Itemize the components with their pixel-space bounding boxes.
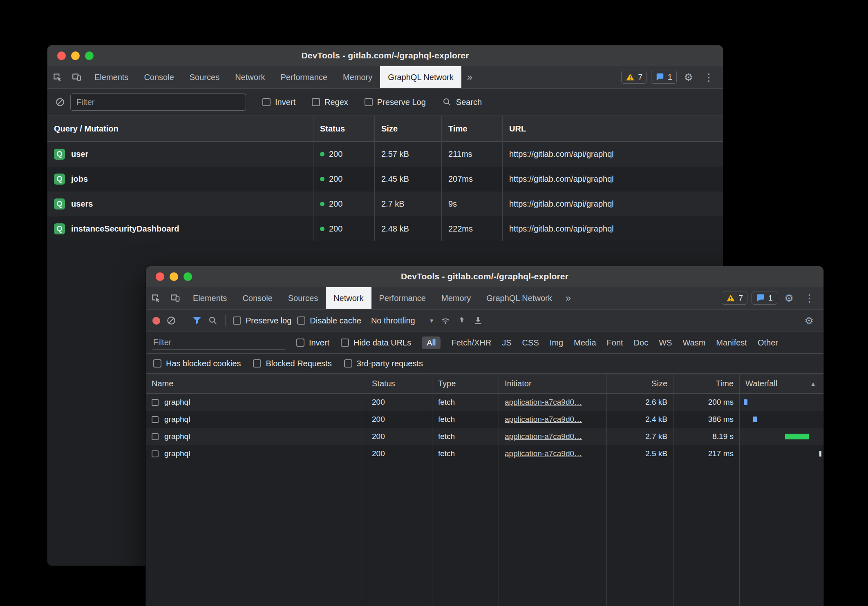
row-checkbox[interactable] xyxy=(152,433,159,440)
column-header-waterfall[interactable]: Waterfall ▲ xyxy=(739,374,823,393)
tab-console[interactable]: Console xyxy=(235,287,280,309)
warnings-badge[interactable]: 7 xyxy=(621,71,647,84)
column-header-type[interactable]: Type xyxy=(432,374,499,393)
query-row-user[interactable]: Quser 200 2.57 kB 211ms https://gitlab.c… xyxy=(47,142,723,167)
tab-network[interactable]: Network xyxy=(326,287,371,309)
invert-checkbox[interactable] xyxy=(296,339,304,347)
preserve-log-checkbox-group[interactable]: Preserve log xyxy=(233,316,291,325)
titlebar[interactable]: DevTools - gitlab.com/-/graphql-explorer xyxy=(47,45,723,66)
network-request-row[interactable]: graphql 200 fetch application-a7ca9d0… 2… xyxy=(146,428,823,445)
hide-data-urls-checkbox[interactable] xyxy=(341,339,349,347)
search-icon[interactable] xyxy=(208,316,218,325)
network-request-row[interactable]: graphql 200 fetch application-a7ca9d0… 2… xyxy=(146,394,823,411)
clear-icon[interactable] xyxy=(55,97,65,107)
kebab-menu-icon[interactable]: ⋮ xyxy=(700,72,717,82)
type-filter-wasm[interactable]: Wasm xyxy=(682,338,705,348)
disable-cache-checkbox[interactable] xyxy=(297,316,305,325)
titlebar[interactable]: DevTools - gitlab.com/-/graphql-explorer xyxy=(146,266,823,287)
preserve-log-checkbox-group[interactable]: Preserve Log xyxy=(365,98,426,107)
has-blocked-cookies-checkbox-group[interactable]: Has blocked cookies xyxy=(153,359,241,368)
query-row-jobs[interactable]: Qjobs 200 2.45 kB 207ms https://gitlab.c… xyxy=(47,167,723,192)
network-conditions-icon[interactable] xyxy=(440,315,451,326)
inspect-element-icon[interactable] xyxy=(47,66,67,88)
search-button[interactable]: Search xyxy=(442,97,482,107)
device-toolbar-icon[interactable] xyxy=(67,66,87,88)
network-request-row[interactable]: graphql 200 fetch application-a7ca9d0… 2… xyxy=(146,445,823,462)
row-checkbox[interactable] xyxy=(152,416,159,423)
column-header-status[interactable]: Status xyxy=(313,116,374,141)
has-blocked-cookies-checkbox[interactable] xyxy=(153,359,161,368)
warnings-badge[interactable]: 7 xyxy=(722,292,747,305)
more-tabs-button[interactable]: » xyxy=(560,287,577,309)
column-header-time[interactable]: Time xyxy=(441,116,502,141)
device-toolbar-icon[interactable] xyxy=(166,287,185,309)
column-header-size[interactable]: Size xyxy=(374,116,441,141)
initiator-link[interactable]: application-a7ca9d0… xyxy=(505,432,582,441)
row-checkbox[interactable] xyxy=(152,450,159,457)
tab-console[interactable]: Console xyxy=(136,66,181,88)
column-header-initiator[interactable]: Initiator xyxy=(499,374,606,393)
preserve-log-checkbox[interactable] xyxy=(233,316,241,325)
export-har-icon[interactable] xyxy=(473,315,483,326)
query-row-instance-security-dashboard[interactable]: QinstanceSecurityDashboard 200 2.48 kB 2… xyxy=(47,216,723,241)
network-settings-gear-icon[interactable]: ⚙ xyxy=(801,316,817,326)
tab-performance[interactable]: Performance xyxy=(371,287,434,309)
settings-gear-icon[interactable]: ⚙ xyxy=(781,293,797,303)
type-filter-media[interactable]: Media xyxy=(574,338,596,348)
tab-memory[interactable]: Memory xyxy=(434,287,479,309)
tab-sources[interactable]: Sources xyxy=(280,287,326,309)
regex-checkbox-group[interactable]: Regex xyxy=(312,98,348,107)
initiator-link[interactable]: application-a7ca9d0… xyxy=(505,449,582,458)
type-filter-js[interactable]: JS xyxy=(502,338,511,348)
column-header-size[interactable]: Size xyxy=(606,374,673,393)
initiator-link[interactable]: application-a7ca9d0… xyxy=(505,398,582,407)
disable-cache-checkbox-group[interactable]: Disable cache xyxy=(297,316,361,325)
filter-input[interactable] xyxy=(70,94,246,111)
regex-checkbox[interactable] xyxy=(312,98,320,106)
tab-memory[interactable]: Memory xyxy=(335,66,380,88)
third-party-requests-checkbox-group[interactable]: 3rd-party requests xyxy=(344,359,423,368)
column-header-status[interactable]: Status xyxy=(366,374,432,393)
invert-checkbox-group[interactable]: Invert xyxy=(296,338,329,348)
throttling-select[interactable]: No throttling ▼ xyxy=(371,316,434,325)
type-filter-manifest[interactable]: Manifest xyxy=(716,338,747,348)
query-row-users[interactable]: Qusers 200 2.7 kB 9s https://gitlab.com/… xyxy=(47,192,723,216)
blocked-requests-checkbox[interactable] xyxy=(253,359,261,368)
filter-input[interactable] xyxy=(152,336,285,350)
issues-badge[interactable]: 1 xyxy=(752,292,777,305)
tab-graphql-network[interactable]: GraphQL Network xyxy=(380,66,461,88)
type-filter-css[interactable]: CSS xyxy=(522,338,539,348)
settings-gear-icon[interactable]: ⚙ xyxy=(681,72,696,82)
blocked-requests-checkbox-group[interactable]: Blocked Requests xyxy=(253,359,331,368)
more-tabs-button[interactable]: » xyxy=(461,66,478,88)
preserve-log-checkbox[interactable] xyxy=(365,98,373,106)
invert-checkbox[interactable] xyxy=(262,98,271,106)
third-party-requests-checkbox[interactable] xyxy=(344,359,352,368)
tab-elements[interactable]: Elements xyxy=(87,66,136,88)
issues-badge[interactable]: 1 xyxy=(651,71,677,84)
initiator-link[interactable]: application-a7ca9d0… xyxy=(505,415,582,424)
record-button[interactable] xyxy=(152,317,160,325)
filter-funnel-icon[interactable] xyxy=(192,315,202,326)
invert-checkbox-group[interactable]: Invert xyxy=(262,98,295,107)
tab-sources[interactable]: Sources xyxy=(182,66,227,88)
row-checkbox[interactable] xyxy=(152,399,159,406)
inspect-element-icon[interactable] xyxy=(146,287,166,309)
network-request-row[interactable]: graphql 200 fetch application-a7ca9d0… 2… xyxy=(146,411,823,428)
column-header-query-mutation[interactable]: Query / Mutation xyxy=(47,116,313,141)
kebab-menu-icon[interactable]: ⋮ xyxy=(801,293,818,303)
type-filter-ws[interactable]: WS xyxy=(659,338,672,348)
hide-data-urls-checkbox-group[interactable]: Hide data URLs xyxy=(341,338,411,348)
tab-graphql-network[interactable]: GraphQL Network xyxy=(479,287,559,309)
type-filter-all[interactable]: All xyxy=(422,336,441,349)
type-filter-fetch-xhr[interactable]: Fetch/XHR xyxy=(451,338,491,348)
column-header-time[interactable]: Time xyxy=(673,374,739,393)
type-filter-font[interactable]: Font xyxy=(607,338,623,348)
tab-elements[interactable]: Elements xyxy=(185,287,235,309)
tab-network[interactable]: Network xyxy=(227,66,273,88)
column-header-name[interactable]: Name xyxy=(146,374,366,393)
type-filter-doc[interactable]: Doc xyxy=(634,338,649,348)
clear-icon[interactable] xyxy=(166,315,177,326)
column-header-url[interactable]: URL xyxy=(502,116,723,141)
tab-performance[interactable]: Performance xyxy=(273,66,336,88)
